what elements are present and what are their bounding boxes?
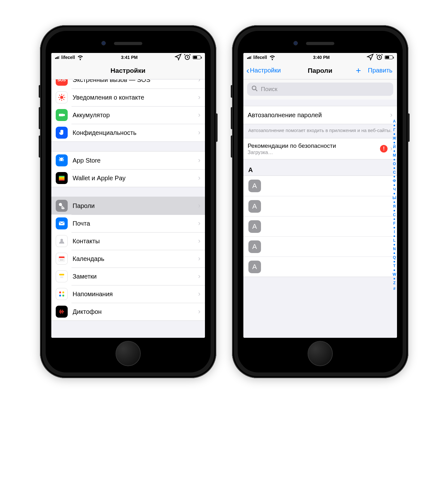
hand-icon [56, 127, 68, 139]
index-letter[interactable]: А [393, 118, 396, 124]
search-wrap: Поиск [243, 79, 397, 100]
row-label: Автозаполнение паролей [248, 112, 390, 119]
row-privacy[interactable]: Конфиденциальность› [51, 124, 205, 141]
index-letter[interactable]: # [393, 286, 395, 291]
index-letter[interactable]: L [393, 238, 395, 243]
row-contacts[interactable]: Контакты› [51, 232, 205, 250]
row-label: Уведомления о контакте [73, 94, 198, 101]
clock-label: 3:40 PM [313, 55, 330, 60]
sos-icon: SOS [56, 79, 68, 86]
index-strip[interactable]: АГЖЙМОСФЧЫЯCFILNQTWZ# [393, 118, 396, 335]
row-label: Аккумулятор [73, 112, 198, 119]
index-letter[interactable]: W [393, 272, 396, 277]
contacts-icon [56, 235, 68, 247]
chevron-right-icon: › [198, 272, 200, 280]
row-reminders[interactable]: Напоминания› [51, 285, 205, 303]
password-item[interactable]: A [243, 256, 397, 277]
row-voice[interactable]: Диктофон› [51, 303, 205, 320]
index-letter[interactable]: T [393, 263, 395, 269]
svg-line-7 [63, 99, 64, 100]
chevron-right-icon: › [390, 111, 392, 119]
index-dot [394, 193, 395, 194]
power-button [408, 113, 410, 142]
index-dot [394, 125, 395, 126]
index-dot [394, 159, 395, 160]
index-dot [394, 133, 395, 135]
row-mail[interactable]: Почта› [51, 215, 205, 232]
index-letter[interactable]: Ф [393, 178, 396, 184]
index-dot [394, 227, 395, 228]
settings-list[interactable]: SOSЭкстренный вызов — SOS›Уведомления о … [51, 79, 205, 338]
index-letter[interactable]: М [393, 153, 396, 158]
index-dot [394, 201, 395, 203]
index-letter[interactable]: Я [393, 204, 396, 209]
wallet-icon [56, 172, 68, 184]
index-letter[interactable]: О [393, 161, 396, 167]
carrier-label: lifecell [61, 55, 75, 60]
index-letter[interactable]: F [393, 221, 395, 226]
row-calendar[interactable]: Календарь› [51, 250, 205, 268]
add-button[interactable]: + [356, 66, 361, 75]
back-label: Настройки [250, 67, 281, 74]
screen-settings: lifecell 3:41 PM На [51, 53, 205, 338]
wifi-icon [269, 53, 276, 62]
password-item[interactable]: A [243, 216, 397, 236]
row-battery[interactable]: Аккумулятор› [51, 106, 205, 124]
front-camera [293, 41, 298, 45]
password-item[interactable]: A [243, 176, 397, 196]
row-notes[interactable]: Заметки› [51, 268, 205, 285]
svg-rect-14 [59, 178, 65, 180]
svg-rect-25 [59, 274, 64, 275]
index-letter[interactable]: C [393, 212, 396, 218]
site-favicon: A [248, 200, 261, 213]
passwords-content[interactable]: Автозаполнение паролей › Автозаполнение … [243, 100, 397, 338]
page-title: Пароли [308, 67, 332, 74]
row-label: Рекомендации по безопасности [248, 142, 380, 149]
status-bar: lifecell 3:40 PM [243, 53, 397, 62]
chevron-right-icon: › [198, 255, 200, 263]
chevron-right-icon: › [198, 79, 200, 84]
row-contact[interactable]: Уведомления о контакте› [51, 89, 205, 106]
index-letter[interactable]: Q [393, 255, 396, 260]
edit-button[interactable]: Править [368, 67, 393, 74]
row-label: Календарь [73, 255, 198, 262]
index-letter[interactable]: Z [393, 280, 395, 286]
svg-line-6 [59, 95, 60, 96]
index-dot [394, 150, 395, 152]
svg-point-22 [61, 260, 62, 260]
index-letter[interactable]: Ж [393, 135, 396, 141]
index-letter[interactable]: N [393, 246, 396, 252]
virus-icon [56, 91, 68, 103]
search-input[interactable]: Поиск [247, 83, 393, 96]
index-letter[interactable]: Ы [393, 195, 396, 201]
index-letter[interactable]: Ч [393, 187, 395, 192]
earpiece-speaker [306, 42, 334, 45]
back-button[interactable]: ‹ Настройки [247, 66, 281, 75]
svg-rect-10 [59, 114, 64, 116]
site-favicon: A [248, 220, 261, 233]
row-appstore[interactable]: App Store› [51, 152, 205, 169]
navbar: Настройки [51, 62, 205, 79]
password-item[interactable]: A [243, 236, 397, 256]
password-item[interactable]: A [243, 196, 397, 216]
row-wallet[interactable]: Wallet и Apple Pay› [51, 169, 205, 187]
index-dot [394, 244, 395, 245]
row-autofill[interactable]: Автозаполнение паролей › [243, 106, 397, 124]
notes-icon [56, 270, 68, 282]
home-button[interactable] [308, 341, 333, 366]
svg-point-28 [59, 291, 61, 293]
index-dot [394, 278, 395, 279]
index-letter[interactable]: I [394, 229, 395, 235]
volume-down [231, 135, 232, 158]
index-letter[interactable]: Й [393, 144, 396, 150]
signal-bars-icon [55, 56, 60, 59]
index-letter[interactable]: Г [393, 127, 395, 133]
row-sos[interactable]: SOSЭкстренный вызов — SOS› [51, 79, 205, 89]
alert-icon: ! [380, 145, 388, 153]
volume-down [39, 135, 40, 158]
row-passwords[interactable]: Пароли› [51, 197, 205, 215]
index-letter[interactable]: С [393, 170, 396, 175]
chevron-right-icon: › [198, 129, 200, 137]
row-security[interactable]: Рекомендации по безопасности Загрузка… !… [243, 138, 397, 159]
home-button[interactable] [116, 341, 141, 366]
